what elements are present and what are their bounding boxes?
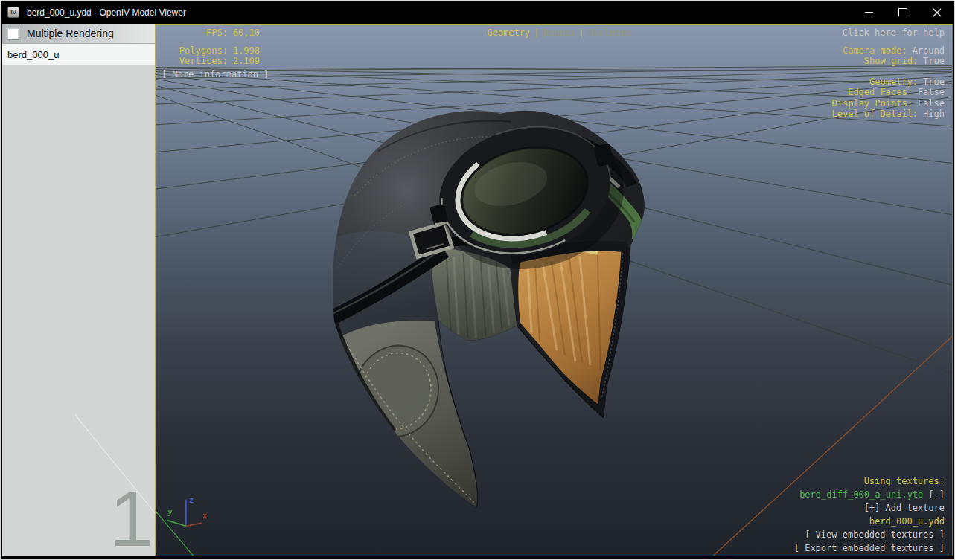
model-item-label: berd_000_u <box>7 49 59 60</box>
window-controls <box>852 1 954 24</box>
app-window: IV berd_000_u.ydd - OpenIV Model Viewer … <box>0 0 955 560</box>
close-button[interactable] <box>920 1 954 24</box>
model-aviator-cap <box>245 69 645 508</box>
openiv-app-icon: IV <box>7 7 19 18</box>
multiple-rendering-row: Multiple Rendering <box>2 24 155 44</box>
model-file-label: berd_000_u.ydd <box>869 516 945 527</box>
edged-faces-toggle-row[interactable]: Edged Faces:False <box>848 87 945 97</box>
render-mode-tabs: Geometry|Bounds|Skeleton <box>477 28 641 38</box>
app-icon-text: IV <box>10 9 16 16</box>
slot-number: 1 <box>109 479 153 556</box>
texture-row: berd_diff_000_a_uni.ytd[-] <box>799 489 945 500</box>
polygons-readout: Polygons:1.998 <box>162 45 260 56</box>
maximize-icon <box>898 8 907 16</box>
sidebar-item-model[interactable]: berd_000_u <box>2 44 155 65</box>
display-points-toggle-row[interactable]: Display Points:False <box>832 98 945 109</box>
main-area: Multiple Rendering berd_000_u 1 <box>2 24 953 556</box>
window-title: berd_000_u.ydd - OpenIV Model Viewer <box>27 7 186 18</box>
multiple-rendering-label: Multiple Rendering <box>27 28 114 39</box>
show-grid-row[interactable]: Show grid:True <box>864 56 945 66</box>
axis-x-label: x <box>202 511 208 521</box>
more-information-button[interactable]: [ More information ] <box>162 69 269 80</box>
view-embedded-textures-button[interactable]: [ View embedded textures ] <box>805 530 945 540</box>
tab-geometry[interactable]: Geometry <box>487 28 530 38</box>
add-texture-button[interactable]: [+] Add texture <box>864 503 945 513</box>
maximize-button[interactable] <box>886 1 920 24</box>
sidebar: Multiple Rendering berd_000_u 1 <box>2 24 155 556</box>
geometry-toggle-row[interactable]: Geometry:True <box>869 77 945 87</box>
tab-separator: | <box>534 28 539 38</box>
tab-skeleton[interactable]: Skeleton <box>588 28 631 38</box>
help-link[interactable]: Click here for help <box>843 28 945 38</box>
remove-texture-button[interactable]: [-] <box>928 489 945 500</box>
camera-mode-row[interactable]: Camera mode:Around <box>843 45 945 56</box>
tab-bounds[interactable]: Bounds <box>543 28 575 38</box>
texture-name[interactable]: berd_diff_000_a_uni.ytd <box>799 489 923 500</box>
axis-z-label: z <box>189 495 194 505</box>
level-of-detail-row[interactable]: Level of Detail:High <box>832 109 945 119</box>
fps-readout: FPS:60,10 <box>162 28 260 38</box>
vertices-readout: Vertices:2.109 <box>162 56 260 66</box>
multiple-rendering-checkbox[interactable] <box>7 28 19 40</box>
axis-gizmo: z y x <box>167 495 208 527</box>
minimize-button[interactable] <box>852 1 886 24</box>
minimize-icon <box>865 12 873 13</box>
viewport-3d[interactable]: z y x FPS:60,10 Polygons:1.998 Vertices:… <box>155 24 953 556</box>
using-textures-header: Using textures: <box>864 476 945 486</box>
export-embedded-textures-button[interactable]: [ Export embedded textures ] <box>794 543 945 553</box>
title-bar[interactable]: IV berd_000_u.ydd - OpenIV Model Viewer <box>1 1 954 24</box>
tab-separator: | <box>579 28 584 38</box>
axis-y-label: y <box>167 507 173 517</box>
close-icon <box>933 8 942 17</box>
